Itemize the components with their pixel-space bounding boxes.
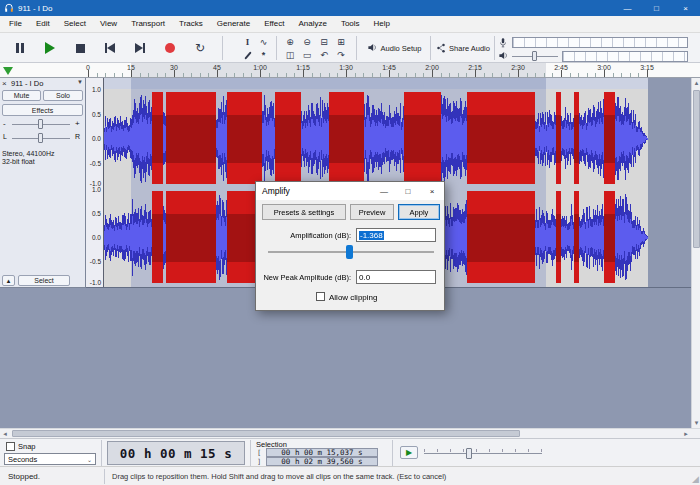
toolbar-separator (392, 440, 393, 466)
vertical-scrollbar[interactable]: ▴ ▾ (691, 78, 700, 428)
silence-audio-button[interactable]: ▭ (299, 49, 315, 61)
record-button[interactable] (156, 35, 184, 61)
snap-unit-combobox[interactable]: Seconds ⌄ (4, 453, 96, 465)
track-collapse-button[interactable]: ▴ (2, 275, 15, 286)
skip-to-end-button[interactable] (126, 35, 154, 61)
draw-tool-button[interactable] (240, 49, 255, 61)
selection-start-display[interactable]: 00 h 00 m 15,037 s (266, 448, 378, 457)
app-logo-icon (4, 3, 14, 13)
selection-end-icon[interactable]: ] (257, 458, 261, 466)
play-icon (45, 42, 55, 54)
menu-select[interactable]: Select (57, 16, 93, 32)
menu-effect[interactable]: Effect (257, 16, 291, 32)
pan-slider-thumb[interactable] (38, 133, 43, 143)
audio-position-display[interactable]: 00 h 00 m 15 s (107, 441, 245, 465)
microphone-icon (498, 37, 508, 50)
share-icon (436, 41, 446, 56)
trim-audio-button[interactable]: ◫ (282, 49, 298, 61)
zoom-in-button[interactable]: ⊕ (282, 36, 298, 48)
stop-button[interactable] (66, 35, 94, 61)
track-close-icon[interactable]: × (2, 79, 7, 88)
track-menu-dropdown-icon[interactable]: ▼ (77, 79, 83, 85)
preview-button[interactable]: Preview (350, 204, 394, 220)
vertical-scrollbar-thumb[interactable] (693, 90, 700, 248)
menu-edit[interactable]: Edit (29, 16, 57, 32)
ruler-label: 1:45 (382, 64, 396, 71)
track-format-line2: 32-bit float (2, 158, 35, 165)
play-speed-slider[interactable] (424, 446, 542, 460)
recording-meter[interactable] (512, 37, 688, 48)
apply-button[interactable]: Apply (398, 204, 440, 220)
pause-button[interactable] (6, 35, 34, 61)
pause-icon (16, 43, 24, 53)
scale-label: -0.5 (90, 160, 101, 167)
menu-tools[interactable]: Tools (334, 16, 367, 32)
volume-slider-thumb[interactable] (532, 51, 537, 61)
selection-start-icon[interactable]: [ (257, 449, 261, 457)
zoom-fit-button[interactable]: ⊞ (333, 36, 349, 48)
ruler-label: 3:00 (597, 64, 611, 71)
track-select-button[interactable]: Select (18, 275, 70, 286)
redo-icon: ↷ (337, 51, 345, 60)
clip-header-bar[interactable] (104, 78, 648, 89)
gain-slider-thumb[interactable] (38, 119, 43, 129)
menu-view[interactable]: View (93, 16, 124, 32)
solo-button[interactable]: Solo (43, 90, 83, 101)
horizontal-scrollbar[interactable]: ◂ ▸ (0, 428, 700, 438)
dialog-close-button[interactable]: × (420, 182, 444, 200)
audio-setup-button[interactable]: Audio Setup (360, 35, 428, 61)
speed-slider-thumb[interactable] (466, 448, 472, 459)
close-button[interactable]: × (671, 0, 700, 16)
amplify-dialog: Amplify — □ × Presets & settings Preview… (255, 181, 445, 311)
menu-help[interactable]: Help (367, 16, 397, 32)
new-peak-label: New Peak Amplitude (dB): (256, 273, 351, 282)
dialog-maximize-button[interactable]: □ (396, 182, 420, 200)
menu-file[interactable]: File (2, 16, 29, 32)
play-button[interactable] (36, 35, 64, 61)
scale-label: -0.5 (90, 258, 101, 265)
loop-button[interactable]: ↻ (186, 35, 214, 61)
effects-button[interactable]: Effects (2, 104, 83, 116)
menu-transport[interactable]: Transport (124, 16, 172, 32)
undo-button[interactable]: ↶ (316, 49, 332, 61)
multi-tool-button[interactable]: * (256, 49, 271, 61)
menu-analyze[interactable]: Analyze (291, 16, 333, 32)
snap-checkbox[interactable] (6, 442, 15, 451)
allow-clipping-checkbox[interactable] (316, 292, 325, 301)
track-format-line1: Stereo, 44100Hz (2, 150, 55, 157)
minimize-button[interactable]: — (613, 0, 642, 16)
zoom-to-selection-button[interactable]: ⊟ (316, 36, 332, 48)
selection-tool-button[interactable]: I (240, 36, 255, 48)
menu-generate[interactable]: Generate (210, 16, 257, 32)
dialog-minimize-button[interactable]: — (372, 182, 396, 200)
presets-settings-button[interactable]: Presets & settings (262, 204, 346, 220)
amplification-slider-thumb[interactable] (346, 245, 353, 259)
redo-button[interactable]: ↷ (333, 49, 349, 61)
playback-meter[interactable] (562, 51, 688, 62)
track-title[interactable]: 911 - I Do (11, 79, 43, 88)
vertical-scale-ruler[interactable]: 1.0 0.5 0.0 -0.5 -1.0 1.0 0.5 0.0 -0.5 -… (86, 78, 104, 288)
timeline-ruler[interactable]: 0 15 30 45 1:00 1:15 1:30 1:45 2:00 2:15… (0, 63, 700, 78)
resize-grip-icon[interactable]: ◢ (692, 474, 699, 484)
envelope-tool-button[interactable]: ∿ (256, 36, 271, 48)
playback-volume-slider[interactable] (512, 51, 558, 61)
clip-header-selection (131, 78, 546, 89)
new-peak-field[interactable]: 0.0 (356, 270, 436, 284)
menu-tracks[interactable]: Tracks (172, 16, 210, 32)
selection-tool-icon: I (246, 38, 250, 47)
play-at-speed-button[interactable]: ▶ (400, 446, 418, 459)
zoom-out-button[interactable]: ⊖ (299, 36, 315, 48)
selection-end-display[interactable]: 00 h 02 m 39,560 s (266, 457, 378, 466)
scroll-up-icon[interactable]: ▴ (692, 78, 700, 88)
share-audio-button[interactable]: Share Audio (434, 35, 492, 61)
maximize-button[interactable]: □ (642, 0, 671, 16)
playhead-triangle-icon[interactable] (3, 67, 13, 75)
amplification-field[interactable]: -1.368 (356, 228, 436, 242)
skip-to-start-button[interactable] (96, 35, 124, 61)
menu-bar: File Edit Select View Transport Tracks G… (0, 16, 700, 33)
dialog-title-bar[interactable]: Amplify — □ × (256, 182, 444, 200)
scroll-down-icon[interactable]: ▾ (692, 418, 700, 428)
horizontal-scrollbar-thumb[interactable] (12, 430, 520, 437)
mute-button[interactable]: Mute (2, 90, 41, 101)
draw-tool-icon (244, 51, 251, 59)
